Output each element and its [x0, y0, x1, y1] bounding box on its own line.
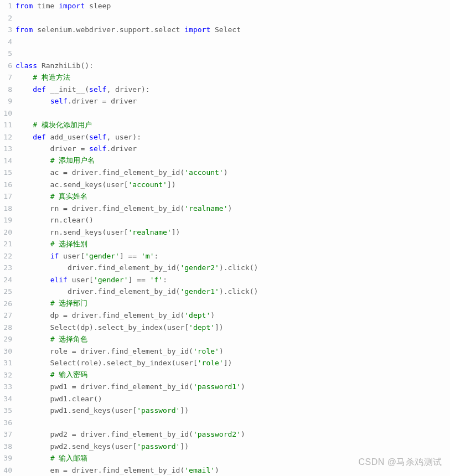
code-token: 'email' — [184, 466, 215, 474]
code-token: # 真实姓名 — [50, 192, 88, 200]
line-code: # 选择部门 — [12, 298, 87, 308]
code-line: 36 — [0, 417, 450, 429]
line-code: # 构造方法 — [12, 73, 70, 82]
line-number: 15 — [0, 168, 12, 177]
line-code: # 输入邮箱 — [12, 453, 87, 463]
code-token: ]) — [167, 180, 176, 189]
line-number: 19 — [0, 216, 12, 224]
code-token — [15, 121, 33, 129]
line-number: 9 — [0, 97, 12, 105]
line-code: pwd2.send_keys(user['password']) — [12, 442, 189, 451]
code-line: 16 ac.send_keys(user['account']) — [0, 179, 450, 191]
code-token: __init__( — [46, 85, 89, 94]
code-line: 7 # 构造方法 — [0, 71, 450, 84]
code-line: 8 def __init__(self, driver): — [0, 84, 450, 96]
code-line: 21 # 选择性别 — [0, 238, 450, 250]
code-token: driver.find_element_by_id( — [15, 263, 180, 272]
line-number: 28 — [0, 323, 12, 332]
code-token: pwd1.clear() — [15, 395, 102, 403]
line-code: # 输入密码 — [12, 370, 87, 380]
code-token: sleep — [85, 2, 111, 10]
code-lines-container: 1from time import sleep23from selenium.w… — [0, 0, 450, 476]
code-token: 'dept' — [189, 323, 215, 332]
code-token: 'password1' — [193, 382, 241, 391]
code-line: 35 pwd1.send_keys(user['password']) — [0, 405, 450, 417]
code-token: dp = driver.find_element_by_id( — [15, 311, 184, 319]
code-line: 15 ac = driver.find_element_by_id('accou… — [0, 167, 450, 179]
code-token: ).click() — [219, 263, 258, 272]
code-line: 5 — [0, 48, 450, 60]
code-token: 'dept' — [184, 311, 210, 319]
code-line: 31 Select(role).select_by_index(user['ro… — [0, 357, 450, 369]
line-code: # 模块化添加用户 — [12, 120, 92, 130]
code-token: RanzhiLib(): — [37, 61, 94, 70]
line-number: 29 — [0, 335, 12, 343]
code-token: ]) — [172, 228, 180, 236]
code-line: 2 — [0, 12, 450, 24]
code-token: elif — [50, 276, 68, 284]
code-token: ) — [210, 311, 215, 319]
code-token — [15, 85, 33, 94]
code-line: 22 if user['gender'] == 'm': — [0, 250, 450, 262]
line-code: Select(dp).select_by_index(user['dept']) — [12, 323, 224, 332]
code-token: : — [154, 252, 159, 260]
code-token: , user): — [106, 133, 141, 141]
code-line: 17 # 真实姓名 — [0, 190, 450, 203]
code-token: ) — [241, 430, 245, 438]
line-code: def __init__(self, driver): — [12, 85, 150, 94]
line-code: from selenium.webdriver.support.select i… — [12, 25, 241, 34]
line-number: 26 — [0, 299, 12, 308]
code-token: rn.send_keys(user[ — [15, 228, 128, 236]
line-number: 8 — [0, 85, 12, 94]
code-line: 32 # 输入密码 — [0, 369, 450, 381]
line-number: 39 — [0, 454, 12, 462]
line-number: 16 — [0, 180, 12, 189]
code-token: from — [15, 25, 33, 34]
code-line: 13 driver = self.driver — [0, 143, 450, 155]
line-number: 34 — [0, 395, 12, 403]
code-token: .driver = driver — [68, 97, 137, 105]
code-token: ac.send_keys(user[ — [15, 180, 128, 189]
code-token: , driver): — [106, 85, 149, 94]
code-token: driver = — [15, 144, 89, 153]
code-line: 12 def add_user(self, user): — [0, 131, 450, 143]
line-number: 6 — [0, 61, 12, 70]
code-token: ]) — [180, 442, 189, 451]
code-token: ac = driver.find_element_by_id( — [15, 168, 184, 177]
line-number: 33 — [0, 382, 12, 391]
line-code: driver = self.driver — [12, 144, 137, 153]
line-number: 3 — [0, 25, 12, 34]
code-token: import — [184, 25, 210, 34]
code-line: 11 # 模块化添加用户 — [0, 119, 450, 131]
line-number: 2 — [0, 14, 12, 22]
code-line: 25 driver.find_element_by_id('gender1').… — [0, 286, 450, 298]
code-token: # 添加用户名 — [50, 156, 95, 164]
line-code: from time import sleep — [12, 2, 111, 10]
code-token: pwd1.send_keys(user[ — [15, 406, 137, 415]
line-number: 22 — [0, 252, 12, 260]
code-token: def — [33, 85, 45, 94]
code-token: 'realname' — [184, 204, 227, 213]
line-code: # 选择角色 — [12, 334, 87, 344]
line-number: 40 — [0, 466, 12, 474]
code-token: ]) — [180, 406, 189, 415]
code-token — [15, 252, 50, 260]
line-number: 7 — [0, 73, 12, 81]
code-token: role = driver.find_element_by_id( — [15, 347, 193, 355]
code-line: 23 driver.find_element_by_id('gender2').… — [0, 262, 450, 274]
line-code: pwd1 = driver.find_element_by_id('passwo… — [12, 382, 245, 391]
code-line: 1from time import sleep — [0, 0, 450, 12]
line-number: 10 — [0, 109, 12, 117]
line-number: 13 — [0, 144, 12, 153]
code-line: 9 self.driver = driver — [0, 95, 450, 107]
code-token — [15, 335, 50, 343]
code-token: 'account' — [184, 168, 223, 177]
line-code: pwd2 = driver.find_element_by_id('passwo… — [12, 430, 245, 438]
code-token: user[ — [59, 252, 85, 260]
code-token: 'gender2' — [180, 263, 219, 272]
line-number: 36 — [0, 418, 12, 427]
line-number: 32 — [0, 371, 12, 379]
code-line: 29 # 选择角色 — [0, 333, 450, 345]
code-token — [15, 454, 50, 462]
line-code: dp = driver.find_element_by_id('dept') — [12, 311, 215, 319]
